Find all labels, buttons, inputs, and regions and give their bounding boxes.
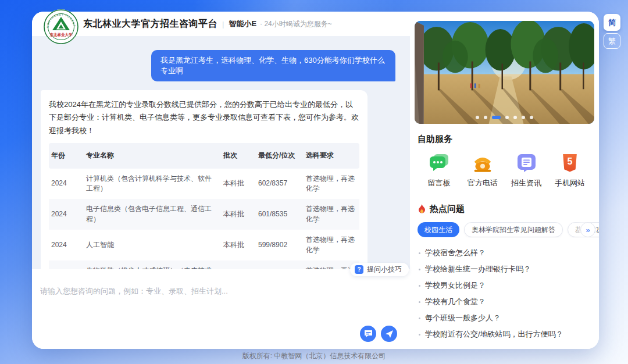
ask-tips-label: 提问小技巧 [367,265,402,274]
table-row: 2024 人工智能 本科批 599/8902 首选物理，再选化学 [49,230,359,260]
tabs-expand-button[interactable]: » [580,222,595,237]
sidebar: 自助服务 留言板 [410,12,599,349]
header-batch: 批次 [223,147,252,164]
bullet-dot [419,334,420,336]
cell-score: 599/8902 [258,235,300,255]
service-label: 招生资讯 [511,178,541,188]
service-message-board[interactable]: 留言板 [423,153,455,188]
user-message-row: 我是黑龙江考生，选科物理、化学、生物，630分能考你们学校什么专业啊 [32,36,410,81]
bot-message-bubble: 我校2024年在黑龙江的专业录取分数线已提供部分，您的分数高于已给出专业的最低分… [41,90,367,269]
admission-score-table: 年份 专业名称 批次 最低分/位次 选科要求 2024 计算机类（包含计 [49,143,359,269]
question-item[interactable]: 学校有几个食堂？ [419,294,599,310]
table-row: 2024 电子信息类（包含电子信息工程、通信工程） 本科批 601/8535 首… [49,199,359,230]
page-title: 东北林业大学官方招生咨询平台 [83,18,217,30]
bullet-dot [419,285,420,287]
cell-requirement: 首选物理，再选化学 [306,260,357,269]
cell-batch: 本科批 [223,235,252,255]
chat-actions [360,326,397,342]
cell-score: 602/8357 [258,173,300,194]
table-body: 2024 计算机类（包含计算机科学与技术、软件工程） 本科批 602/8357 … [49,169,359,269]
hot-questions-title: 热点问题 [430,204,465,215]
news-document-icon [516,153,537,173]
chat-message-area[interactable]: 我是黑龙江考生，选科物理、化学、生物，630分能考你们学校什么专业啊 我校202… [32,36,410,269]
simplified-chinese-button[interactable]: 简 [604,14,620,31]
chat-header: 东北林业大学官方招生咨询平台 | 智能小E · 24小时竭诚为您服务~ [32,12,410,36]
services-title: 自助服务 [410,134,599,145]
page: 东北林业大学官方招生咨询平台 | 智能小E · 24小时竭诚为您服务~ 我是黑龙… [0,0,628,364]
bot-name: 智能小E [229,19,256,29]
service-admission-news[interactable]: 招生资讯 [510,153,543,188]
tab-aolin-college-faq[interactable]: 奥林学院招生常见问题解答 [464,222,563,237]
question-input[interactable] [40,287,389,295]
cell-year: 2024 [51,235,80,255]
hot-question-tabs: 校园生活 奥林学院招生常见问题解答 基本情况解答 » [410,222,599,238]
paper-plane-icon [385,330,394,338]
ask-tips-button[interactable]: ? 提问小技巧 [350,263,409,276]
bot-intro-text: 我校2024年在黑龙江的专业录取分数线已提供部分，您的分数高于已给出专业的最低分… [49,98,359,137]
message-board-icon [429,153,449,173]
cell-year: 2024 [51,204,80,224]
tab-campus-life[interactable]: 校园生活 [418,222,459,237]
service-official-phone[interactable]: 官方电话 [466,153,499,188]
carousel-dot[interactable] [476,116,479,119]
campus-photo-carousel[interactable] [415,21,594,124]
language-toggle: 简 繁 [604,14,620,49]
send-button[interactable] [381,326,397,342]
question-item[interactable]: 每个班级一般多少人？ [419,310,599,326]
service-mobile-site[interactable]: 5 手机网站 [554,153,586,188]
cell-major: 计算机类（包含计算机科学与技术、软件工程） [86,169,217,199]
campus-photo [415,21,594,124]
chat-bubble-icon [364,330,373,338]
traditional-chinese-button[interactable]: 繁 [604,33,620,49]
carousel-dot[interactable] [492,116,501,119]
table-header-row: 年份 专业名称 批次 最低分/位次 选科要求 [49,143,359,169]
double-chevron-icon: » [586,226,590,234]
cell-requirement: 首选物理，再选化学 [306,230,357,260]
cell-batch: 本科批 [223,204,252,224]
carousel-dot[interactable] [513,116,517,119]
cell-requirement: 首选物理，再选化学 [306,169,357,199]
carousel-dot[interactable] [530,116,533,119]
cell-major: 生物科学（拔尖人才成栋班）（未来技术学院，实施"1+2+X"人才培养模式） [86,260,217,269]
cell-year: 2024 [51,173,80,194]
service-label: 官方电话 [468,178,498,188]
cell-score: 601/8535 [258,204,300,224]
carousel-dot[interactable] [484,116,487,119]
title-divider: | [222,20,224,28]
feedback-button[interactable] [360,326,376,342]
bullet-dot [419,269,420,270]
service-label: 手机网站 [555,178,585,188]
table-row: 2024 生物科学（拔尖人才成栋班）（未来技术学院，实施"1+2+X"人才培养模… [49,260,359,269]
bullet-dot [419,317,420,319]
bullet-dot [419,252,420,254]
phone-icon [472,153,493,173]
html5-icon: 5 [559,153,580,173]
main-card: 东北林业大学官方招生咨询平台 | 智能小E · 24小时竭诚为您服务~ 我是黑龙… [32,12,599,349]
cell-major: 电子信息类（包含电子信息工程、通信工程） [86,199,217,230]
header-score: 最低分/位次 [258,147,300,164]
header-requirement: 选科要求 [306,147,357,164]
question-item[interactable]: 学校附近有公交/地铁站吗，出行方便吗？ [419,326,599,342]
question-item[interactable]: 学校男女比例是？ [419,277,599,294]
service-label: 留言板 [428,178,451,188]
carousel-dot[interactable] [522,116,525,119]
question-item[interactable]: 学校宿舍怎么样？ [419,245,599,261]
header-year: 年份 [51,147,80,164]
chat-column: 东北林业大学官方招生咨询平台 | 智能小E · 24小时竭诚为您服务~ 我是黑龙… [32,12,410,349]
hot-questions-header: 热点问题 [410,204,599,215]
university-logo: NORTHEAST FORESTRY UNIVERSITY 东北林业大学 [43,9,79,45]
cell-major: 人工智能 [86,235,217,255]
svg-text:东北林业大学: 东北林业大学 [49,33,73,37]
table-row: 2024 计算机类（包含计算机科学与技术、软件工程） 本科批 602/8357 … [49,169,359,199]
service-tagline: · 24小时竭诚为您服务~ [260,19,332,29]
header-major: 专业名称 [86,147,217,164]
carousel-dots [415,116,594,119]
question-mark-icon: ? [355,265,363,274]
copyright-footer: 版权所有: 中教智网（北京）信息技术有限公司 [0,351,628,361]
cell-requirement: 首选物理，再选化学 [306,199,357,230]
question-item[interactable]: 学校给新生统一办理银行卡吗？ [419,261,599,277]
hot-question-list: 学校宿舍怎么样？ 学校给新生统一办理银行卡吗？ 学校男女比例是？ [410,245,599,342]
bullet-dot [419,301,420,303]
view-more-link[interactable]: 查看更多> [410,348,599,349]
carousel-dot[interactable] [505,116,509,119]
